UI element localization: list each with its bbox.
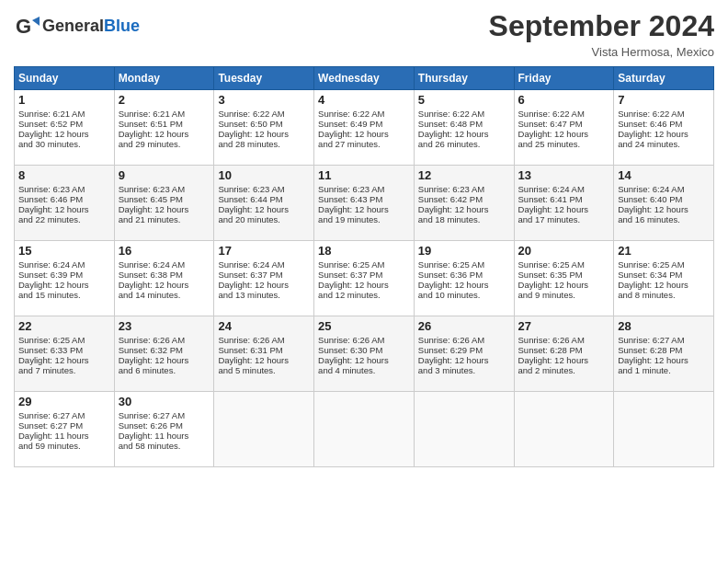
cell-text-line: Daylight: 12 hours bbox=[418, 355, 510, 365]
cell-text-line: Daylight: 12 hours bbox=[418, 280, 510, 290]
cell-text-line: Daylight: 12 hours bbox=[418, 204, 510, 214]
cell-text-line: Sunrise: 6:27 AM bbox=[18, 410, 110, 420]
day-number: 15 bbox=[18, 244, 110, 258]
cell-text-line: Sunset: 6:37 PM bbox=[318, 270, 410, 280]
calendar-cell-13: 13Sunrise: 6:24 AMSunset: 6:41 PMDayligh… bbox=[514, 166, 614, 241]
calendar-cell-24: 24Sunrise: 6:26 AMSunset: 6:31 PMDayligh… bbox=[214, 316, 314, 392]
cell-text-line: Sunset: 6:49 PM bbox=[318, 119, 410, 129]
cell-text-line: Sunrise: 6:22 AM bbox=[618, 109, 710, 119]
cell-text-line: Sunrise: 6:27 AM bbox=[119, 410, 210, 420]
cell-text-line: Sunrise: 6:21 AM bbox=[18, 109, 110, 119]
calendar-cell-12: 12Sunrise: 6:23 AMSunset: 6:42 PMDayligh… bbox=[414, 166, 514, 241]
col-wednesday: Wednesday bbox=[314, 67, 415, 90]
calendar-cell-14: 14Sunrise: 6:24 AMSunset: 6:40 PMDayligh… bbox=[614, 166, 714, 241]
cell-text-line: and 14 minutes. bbox=[119, 290, 210, 300]
calendar-body: 1Sunrise: 6:21 AMSunset: 6:52 PMDaylight… bbox=[15, 90, 714, 467]
calendar-cell-15: 15Sunrise: 6:24 AMSunset: 6:39 PMDayligh… bbox=[15, 241, 115, 316]
cell-text-line: Sunrise: 6:24 AM bbox=[119, 259, 210, 270]
cell-text-line: Sunrise: 6:24 AM bbox=[218, 259, 310, 270]
day-number: 25 bbox=[318, 319, 410, 333]
cell-text-line: Daylight: 12 hours bbox=[218, 355, 310, 365]
calendar-cell-7: 7Sunrise: 6:22 AMSunset: 6:46 PMDaylight… bbox=[614, 90, 714, 166]
cell-text-line: Sunset: 6:48 PM bbox=[418, 119, 510, 129]
logo-icon: G bbox=[14, 13, 40, 39]
day-number: 22 bbox=[18, 319, 110, 333]
cell-text-line: Daylight: 12 hours bbox=[518, 355, 610, 365]
col-sunday: Sunday bbox=[15, 67, 115, 90]
calendar-cell-9: 9Sunrise: 6:23 AMSunset: 6:45 PMDaylight… bbox=[114, 166, 214, 241]
cell-text-line: Sunset: 6:50 PM bbox=[218, 119, 310, 129]
cell-text-line: Sunrise: 6:26 AM bbox=[518, 335, 610, 345]
day-number: 24 bbox=[218, 319, 310, 333]
day-number: 9 bbox=[119, 168, 210, 182]
day-number: 18 bbox=[318, 244, 410, 258]
calendar-cell-26: 26Sunrise: 6:26 AMSunset: 6:29 PMDayligh… bbox=[414, 316, 514, 392]
cell-text-line: and 8 minutes. bbox=[618, 290, 710, 300]
logo-text: GeneralBlue bbox=[42, 17, 140, 35]
calendar-week-4: 22Sunrise: 6:25 AMSunset: 6:33 PMDayligh… bbox=[15, 316, 714, 392]
cell-text-line: Daylight: 12 hours bbox=[18, 129, 110, 139]
cell-text-line: and 1 minute. bbox=[618, 365, 710, 375]
cell-text-line: Daylight: 12 hours bbox=[318, 204, 410, 214]
calendar-cell-8: 8Sunrise: 6:23 AMSunset: 6:46 PMDaylight… bbox=[15, 166, 115, 241]
cell-text-line: and 59 minutes. bbox=[18, 441, 110, 451]
cell-text-line: and 25 minutes. bbox=[518, 139, 610, 149]
cell-text-line: and 6 minutes. bbox=[119, 365, 210, 375]
cell-text-line: Daylight: 12 hours bbox=[218, 129, 310, 139]
calendar-cell-30: 30Sunrise: 6:27 AMSunset: 6:26 PMDayligh… bbox=[114, 392, 214, 467]
calendar-cell-18: 18Sunrise: 6:25 AMSunset: 6:37 PMDayligh… bbox=[314, 241, 415, 316]
cell-text-line: and 16 minutes. bbox=[618, 214, 710, 224]
cell-text-line: Sunset: 6:39 PM bbox=[18, 270, 110, 280]
cell-text-line: Sunrise: 6:25 AM bbox=[618, 259, 710, 270]
calendar-cell-5: 5Sunrise: 6:22 AMSunset: 6:48 PMDaylight… bbox=[414, 90, 514, 166]
cell-text-line: Daylight: 12 hours bbox=[518, 280, 610, 290]
cell-text-line: Sunrise: 6:24 AM bbox=[618, 184, 710, 194]
cell-text-line: Sunset: 6:41 PM bbox=[518, 194, 610, 204]
calendar-cell-empty-4-6 bbox=[614, 392, 714, 467]
calendar-table: Sunday Monday Tuesday Wednesday Thursday… bbox=[14, 66, 714, 467]
cell-text-line: Sunset: 6:33 PM bbox=[18, 345, 110, 355]
cell-text-line: Daylight: 11 hours bbox=[18, 431, 110, 441]
cell-text-line: Sunrise: 6:27 AM bbox=[618, 335, 710, 345]
cell-text-line: Daylight: 12 hours bbox=[518, 129, 610, 139]
cell-text-line: Sunrise: 6:21 AM bbox=[119, 109, 210, 119]
calendar-cell-27: 27Sunrise: 6:26 AMSunset: 6:28 PMDayligh… bbox=[514, 316, 614, 392]
cell-text-line: Sunrise: 6:22 AM bbox=[418, 109, 510, 119]
day-number: 30 bbox=[119, 395, 210, 408]
calendar-cell-empty-4-2 bbox=[214, 392, 314, 467]
cell-text-line: and 26 minutes. bbox=[418, 139, 510, 149]
day-number: 21 bbox=[618, 244, 710, 258]
cell-text-line: Sunset: 6:44 PM bbox=[218, 194, 310, 204]
calendar-cell-empty-4-4 bbox=[414, 392, 514, 467]
cell-text-line: and 28 minutes. bbox=[218, 139, 310, 149]
col-saturday: Saturday bbox=[614, 67, 714, 90]
cell-text-line: Sunrise: 6:26 AM bbox=[318, 335, 410, 345]
cell-text-line: and 18 minutes. bbox=[418, 214, 510, 224]
cell-text-line: Sunset: 6:29 PM bbox=[418, 345, 510, 355]
cell-text-line: Sunrise: 6:22 AM bbox=[318, 109, 410, 119]
cell-text-line: Sunrise: 6:25 AM bbox=[18, 335, 110, 345]
cell-text-line: Sunrise: 6:25 AM bbox=[418, 259, 510, 270]
page-container: G GeneralBlue September 2024 Vista Hermo… bbox=[0, 0, 728, 472]
day-number: 7 bbox=[618, 93, 710, 107]
day-number: 4 bbox=[318, 93, 410, 107]
cell-text-line: Sunrise: 6:22 AM bbox=[518, 109, 610, 119]
cell-text-line: Sunset: 6:31 PM bbox=[218, 345, 310, 355]
cell-text-line: Sunrise: 6:26 AM bbox=[119, 335, 210, 345]
cell-text-line: and 58 minutes. bbox=[119, 441, 210, 451]
cell-text-line: Sunrise: 6:25 AM bbox=[518, 259, 610, 270]
cell-text-line: Sunset: 6:34 PM bbox=[618, 270, 710, 280]
calendar-cell-10: 10Sunrise: 6:23 AMSunset: 6:44 PMDayligh… bbox=[214, 166, 314, 241]
day-number: 13 bbox=[518, 168, 610, 182]
cell-text-line: Sunrise: 6:23 AM bbox=[418, 184, 510, 194]
calendar-header-row: Sunday Monday Tuesday Wednesday Thursday… bbox=[15, 67, 714, 90]
cell-text-line: Daylight: 12 hours bbox=[218, 204, 310, 214]
cell-text-line: Sunset: 6:46 PM bbox=[618, 119, 710, 129]
cell-text-line: and 7 minutes. bbox=[18, 365, 110, 375]
cell-text-line: Daylight: 12 hours bbox=[18, 355, 110, 365]
col-tuesday: Tuesday bbox=[214, 67, 314, 90]
svg-text:G: G bbox=[16, 15, 31, 38]
logo-blue: Blue bbox=[104, 17, 140, 35]
cell-text-line: Daylight: 12 hours bbox=[18, 280, 110, 290]
col-thursday: Thursday bbox=[414, 67, 514, 90]
